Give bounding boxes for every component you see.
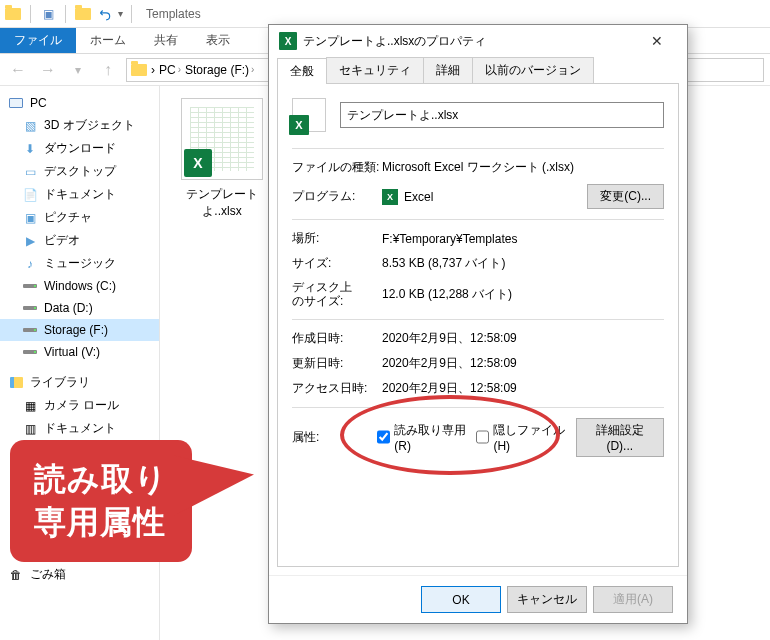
tree-item[interactable]: ♪ミュージック — [0, 252, 159, 275]
tree-item-recycle-bin[interactable]: 🗑ごみ箱 — [0, 563, 159, 586]
file-thumbnail: X — [181, 98, 263, 180]
apply-button[interactable]: 適用(A) — [593, 586, 673, 613]
tree-item-drive[interactable]: Virtual (V:) — [0, 341, 159, 363]
excel-icon: X — [184, 149, 212, 177]
tree-item[interactable]: ⬇ダウンロード — [0, 137, 159, 160]
value-program: Excel — [404, 190, 433, 204]
ok-button[interactable]: OK — [421, 586, 501, 613]
advanced-button[interactable]: 詳細設定(D)... — [576, 418, 664, 457]
tree-item[interactable]: ▦カメラ ロール — [0, 394, 159, 417]
label-created: 作成日時: — [292, 330, 382, 347]
breadcrumb-segment[interactable]: PC › — [159, 63, 181, 77]
tab-view[interactable]: 表示 — [192, 28, 244, 53]
dialog-tabs: 全般 セキュリティ 詳細 以前のバージョン — [269, 57, 687, 83]
tab-file[interactable]: ファイル — [0, 28, 76, 53]
library-icon — [8, 375, 24, 391]
tree-item[interactable]: ▧3D オブジェクト — [0, 114, 159, 137]
annotation-callout: 読み取り 専用属性 — [10, 440, 192, 562]
disk-icon — [22, 344, 38, 360]
dialog-button-row: OK キャンセル 適用(A) — [269, 575, 687, 623]
folder-icon — [131, 62, 147, 78]
value-modified: 2020年2月9日、12:58:09 — [382, 355, 664, 372]
label-attributes: 属性: — [292, 429, 367, 446]
folder-icon — [4, 5, 22, 23]
chevron-right-icon: › — [151, 63, 155, 77]
tree-item-drive[interactable]: Storage (F:) — [0, 319, 159, 341]
camera-roll-icon: ▦ — [22, 398, 38, 414]
file-item[interactable]: X テンプレートよ..xlsx — [172, 98, 272, 220]
music-icon: ♪ — [22, 256, 38, 272]
label-size: サイズ: — [292, 255, 382, 272]
file-name-label: テンプレートよ..xlsx — [172, 186, 272, 220]
tree-item[interactable]: ▭デスクトップ — [0, 160, 159, 183]
tree-item[interactable]: 📄ドキュメント — [0, 183, 159, 206]
tab-home[interactable]: ホーム — [76, 28, 140, 53]
label-type: ファイルの種類: — [292, 159, 382, 176]
desktop-icon: ▭ — [22, 164, 38, 180]
objects-3d-icon: ▧ — [22, 118, 38, 134]
dialog-title-bar: X テンプレートよ..xlsxのプロパティ ✕ — [269, 25, 687, 57]
properties-dialog: X テンプレートよ..xlsxのプロパティ ✕ 全般 セキュリティ 詳細 以前の… — [268, 24, 688, 624]
disk-icon — [22, 278, 38, 294]
file-type-icon: X — [292, 98, 326, 132]
tree-item-drive[interactable]: Windows (C:) — [0, 275, 159, 297]
tab-security[interactable]: セキュリティ — [326, 57, 424, 83]
tab-general[interactable]: 全般 — [277, 58, 327, 84]
documents-icon: 📄 — [22, 187, 38, 203]
callout-line2: 専用属性 — [34, 501, 168, 544]
value-location: F:¥Temporary¥Templates — [382, 232, 664, 246]
undo-icon[interactable] — [96, 5, 114, 23]
disk-icon — [22, 322, 38, 338]
tree-item-pc[interactable]: PC — [0, 92, 159, 114]
label-disk-size: ディスク上 のサイズ: — [292, 280, 382, 309]
label-program: プログラム: — [292, 188, 382, 205]
tree-item[interactable]: ▥ドキュメント — [0, 417, 159, 440]
cancel-button[interactable]: キャンセル — [507, 586, 587, 613]
pc-icon — [8, 95, 24, 111]
change-program-button[interactable]: 変更(C)... — [587, 184, 664, 209]
close-button[interactable]: ✕ — [637, 27, 677, 55]
tab-previous-versions[interactable]: 以前のバージョン — [472, 57, 594, 83]
recent-dropdown[interactable]: ▾ — [66, 58, 90, 82]
value-type: Microsoft Excel ワークシート (.xlsx) — [382, 159, 664, 176]
value-accessed: 2020年2月9日、12:58:09 — [382, 380, 664, 397]
tab-details[interactable]: 詳細 — [423, 57, 473, 83]
tree-item-libraries[interactable]: ライブラリ — [0, 371, 159, 394]
folder-open-icon[interactable] — [74, 5, 92, 23]
dropdown-icon[interactable]: ▾ — [118, 8, 123, 19]
downloads-icon: ⬇ — [22, 141, 38, 157]
window-title: Templates — [146, 7, 201, 21]
value-size: 8.53 KB (8,737 バイト) — [382, 255, 664, 272]
back-button[interactable]: ← — [6, 58, 30, 82]
tree-item-drive[interactable]: Data (D:) — [0, 297, 159, 319]
pictures-icon: ▣ — [22, 210, 38, 226]
tree-item[interactable]: ▶ビデオ — [0, 229, 159, 252]
documents-icon: ▥ — [22, 421, 38, 437]
excel-icon: X — [279, 32, 297, 50]
forward-button[interactable]: → — [36, 58, 60, 82]
up-button[interactable]: ↑ — [96, 58, 120, 82]
disk-icon — [22, 300, 38, 316]
hidden-checkbox[interactable]: 隠しファイル(H) — [476, 422, 565, 453]
filename-input[interactable] — [340, 102, 664, 128]
tree-item[interactable]: ▣ピクチャ — [0, 206, 159, 229]
value-created: 2020年2月9日、12:58:09 — [382, 330, 664, 347]
breadcrumb-segment[interactable]: Storage (F:) › — [185, 63, 254, 77]
dialog-body: X ファイルの種類:Microsoft Excel ワークシート (.xlsx)… — [277, 83, 679, 567]
label-modified: 更新日時: — [292, 355, 382, 372]
tab-share[interactable]: 共有 — [140, 28, 192, 53]
properties-icon[interactable]: ▣ — [39, 5, 57, 23]
readonly-checkbox[interactable]: 読み取り専用(R) — [377, 422, 466, 453]
label-location: 場所: — [292, 230, 382, 247]
excel-icon: X — [382, 189, 398, 205]
callout-line1: 読み取り — [34, 458, 168, 501]
value-disk-size: 12.0 KB (12,288 バイト) — [382, 286, 664, 303]
dialog-title: テンプレートよ..xlsxのプロパティ — [303, 33, 486, 50]
recycle-bin-icon: 🗑 — [8, 567, 24, 583]
videos-icon: ▶ — [22, 233, 38, 249]
label-accessed: アクセス日時: — [292, 380, 382, 397]
